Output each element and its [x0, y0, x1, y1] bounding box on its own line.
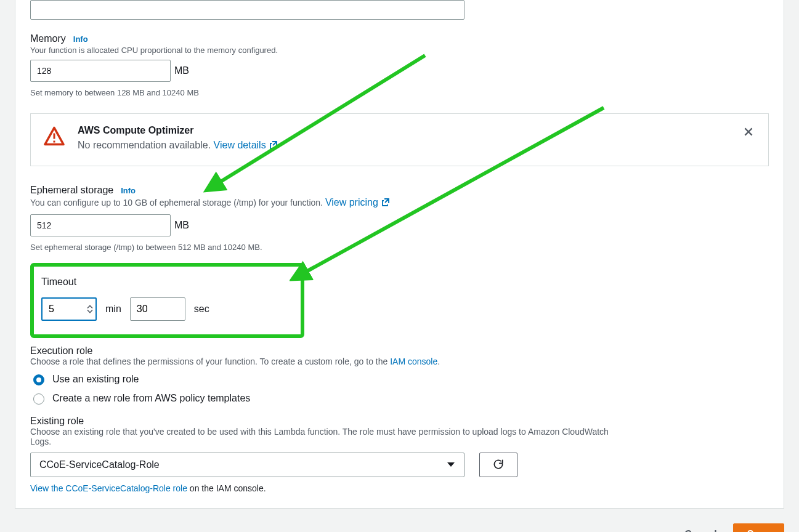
- optimizer-text: No recommendation available. View detail…: [78, 140, 278, 152]
- memory-input[interactable]: [30, 60, 171, 82]
- existing-role-desc: Choose an existing role that you've crea…: [30, 427, 609, 446]
- ephemeral-title: Ephemeral storage: [30, 185, 113, 196]
- timeout-min-label: min: [105, 304, 121, 315]
- description-input-partial[interactable]: [30, 0, 464, 20]
- page-root: Memory Info Your function is allocated C…: [0, 0, 799, 532]
- timeout-highlight-box: Timeout min sec: [30, 263, 304, 338]
- ephemeral-info-link[interactable]: Info: [121, 186, 136, 195]
- settings-panel: Memory Info Your function is allocated C…: [15, 0, 784, 509]
- form-actions: Cancel Save: [0, 509, 799, 532]
- optimizer-close-button[interactable]: [740, 124, 757, 141]
- radio-existing-role-label: Use an existing role: [52, 374, 139, 385]
- memory-info-link[interactable]: Info: [73, 34, 88, 44]
- memory-desc: Your function is allocated CPU proportio…: [30, 46, 769, 55]
- iam-console-link[interactable]: IAM console: [390, 357, 437, 366]
- exec-role-desc-suffix: .: [437, 357, 440, 366]
- timeout-title: Timeout: [41, 276, 292, 288]
- optimizer-text-static: No recommendation available.: [78, 140, 214, 150]
- timeout-min-input[interactable]: [41, 297, 97, 321]
- memory-section: Memory Info Your function is allocated C…: [30, 33, 769, 97]
- exec-role-title: Execution role: [30, 345, 769, 357]
- view-role-link[interactable]: View the CCoE-ServiceCatalog-Role role: [30, 483, 187, 493]
- ephemeral-desc-text: You can configure up to 10 GB of ephemer…: [30, 198, 325, 208]
- timeout-sec-input[interactable]: [130, 297, 185, 321]
- view-role-suffix: on the IAM console.: [187, 483, 266, 493]
- existing-role-title: Existing role: [30, 416, 769, 427]
- warning-triangle-icon: [43, 125, 65, 149]
- memory-title: Memory: [30, 33, 66, 44]
- radio-existing-role-input[interactable]: [33, 374, 44, 385]
- cancel-button[interactable]: Cancel: [681, 523, 720, 532]
- exec-role-desc-prefix: Choose a role that defines the permissio…: [30, 357, 390, 366]
- radio-new-role-label: Create a new role from AWS policy templa…: [52, 393, 250, 404]
- ephemeral-hint: Set ephemeral storage (/tmp) to between …: [30, 243, 769, 252]
- caret-down-icon: [447, 459, 455, 470]
- svg-rect-1: [54, 141, 55, 143]
- optimizer-title: AWS Compute Optimizer: [78, 125, 278, 136]
- memory-hint: Set memory to between 128 MB and 10240 M…: [30, 88, 769, 97]
- external-link-icon: [381, 197, 391, 209]
- optimizer-link-label: View details: [214, 140, 266, 150]
- memory-unit: MB: [174, 65, 189, 76]
- refresh-roles-button[interactable]: [479, 453, 517, 477]
- svg-rect-0: [54, 134, 55, 139]
- ephemeral-section: Ephemeral storage Info You can configure…: [30, 185, 769, 252]
- radio-new-role[interactable]: Create a new role from AWS policy templa…: [30, 392, 769, 405]
- timeout-sec-label: sec: [194, 304, 209, 315]
- existing-role-section: Existing role Choose an existing role th…: [30, 416, 769, 493]
- ephemeral-input[interactable]: [30, 214, 171, 236]
- ephemeral-desc: You can configure up to 10 GB of ephemer…: [30, 197, 769, 209]
- radio-existing-role[interactable]: Use an existing role: [30, 373, 769, 385]
- ephemeral-unit: MB: [174, 220, 189, 231]
- compute-optimizer-box: AWS Compute Optimizer No recommendation …: [30, 113, 769, 166]
- existing-role-selected-label: CCoE-ServiceCatalog-Role: [39, 459, 160, 470]
- exec-role-desc: Choose a role that defines the permissio…: [30, 357, 769, 366]
- save-button[interactable]: Save: [733, 523, 784, 532]
- refresh-icon: [492, 458, 505, 472]
- execution-role-section: Execution role Choose a role that define…: [30, 345, 769, 405]
- optimizer-view-details-link[interactable]: View details: [214, 140, 278, 150]
- radio-new-role-input[interactable]: [33, 393, 44, 405]
- close-icon: [743, 126, 754, 139]
- external-link-icon: [269, 140, 278, 152]
- view-role-line: View the CCoE-ServiceCatalog-Role role o…: [30, 483, 769, 493]
- existing-role-select[interactable]: CCoE-ServiceCatalog-Role: [30, 453, 464, 477]
- ephemeral-pricing-link[interactable]: View pricing: [325, 197, 391, 208]
- ephemeral-pricing-label: View pricing: [325, 197, 378, 208]
